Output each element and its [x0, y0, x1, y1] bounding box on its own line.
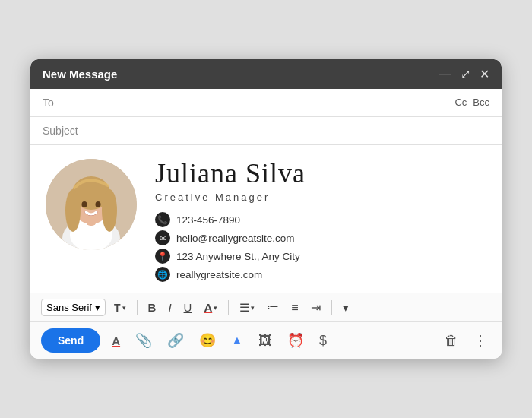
- indent-icon: ⇥: [311, 300, 321, 315]
- schedule-send-button[interactable]: ⏰: [283, 330, 308, 351]
- font-size-button[interactable]: T ▾: [110, 299, 130, 316]
- insert-signature-button[interactable]: $: [315, 331, 331, 351]
- location-icon: 📍: [155, 249, 170, 264]
- subject-label: Subject: [43, 125, 81, 137]
- svg-point-7: [102, 189, 117, 232]
- insert-photo-button[interactable]: 🖼: [255, 331, 276, 351]
- to-field-row: To Cc Bcc: [30, 89, 502, 117]
- align-button[interactable]: ☰ ▾: [236, 299, 258, 317]
- font-size-icon: T: [114, 302, 121, 314]
- font-color-arrow: ▾: [214, 304, 217, 312]
- website-url: reallygreatsite.com: [176, 269, 262, 280]
- indent-button[interactable]: ⇥: [307, 298, 325, 317]
- sig-website: 🌐 reallygreatsite.com: [155, 267, 306, 282]
- font-select[interactable]: Sans Serif ▾: [41, 299, 106, 316]
- sig-phone: 📞 123-456-7890: [155, 212, 306, 227]
- avatar: [46, 159, 137, 250]
- cc-bcc-buttons: Cc Bcc: [454, 97, 489, 108]
- sig-name: Juliana Silva: [155, 159, 306, 189]
- unordered-list-button[interactable]: ≡: [287, 299, 302, 317]
- close-button[interactable]: ✕: [480, 67, 489, 81]
- bold-icon: B: [148, 301, 157, 314]
- expand-button[interactable]: ⤢: [461, 67, 470, 81]
- italic-button[interactable]: I: [164, 299, 175, 316]
- font-color-icon: A: [204, 301, 212, 314]
- email-icon: ✉: [155, 230, 170, 245]
- ordered-list-button[interactable]: ≔: [263, 298, 283, 317]
- sig-contact: 📞 123-456-7890 ✉ hello@reallygreatsite.c…: [155, 212, 306, 282]
- font-dropdown-icon: ▾: [95, 302, 100, 313]
- insert-emoji-button[interactable]: 😊: [195, 330, 220, 351]
- to-input[interactable]: [81, 97, 454, 109]
- font-size-arrow: ▾: [122, 304, 126, 312]
- svg-point-8: [82, 201, 87, 207]
- svg-point-6: [65, 189, 81, 232]
- titlebar: New Message — ⤢ ✕: [30, 59, 502, 89]
- sig-title: Creative Manager: [155, 192, 306, 203]
- signature-info: Juliana Silva Creative Manager 📞 123-456…: [155, 159, 306, 283]
- text-color-button[interactable]: A: [108, 332, 124, 350]
- ordered-list-icon: ≔: [267, 300, 279, 315]
- unordered-list-icon: ≡: [291, 301, 298, 315]
- delete-button[interactable]: 🗑: [441, 331, 462, 351]
- subject-field-row: Subject: [30, 117, 502, 145]
- phone-icon: 📞: [155, 212, 170, 227]
- drive-button[interactable]: ▲: [227, 331, 247, 350]
- more-icon: ▾: [343, 301, 349, 315]
- more-options-button[interactable]: ⋮: [470, 330, 491, 351]
- globe-icon: 🌐: [155, 267, 170, 282]
- action-toolbar: Send A 📎 🔗 😊 ▲ 🖼 ⏰ $ 🗑 ⋮: [30, 321, 502, 359]
- formatting-toolbar: Sans Serif ▾ T ▾ B I U A ▾ ☰ ▾ ≔ ≡: [30, 293, 502, 321]
- titlebar-controls: — ⤢ ✕: [439, 67, 489, 81]
- cc-button[interactable]: Cc: [454, 97, 467, 108]
- signature-area: Juliana Silva Creative Manager 📞 123-456…: [30, 145, 502, 293]
- attach-file-button[interactable]: 📎: [131, 330, 156, 351]
- more-formatting-button[interactable]: ▾: [339, 299, 353, 317]
- divider-1: [137, 300, 138, 315]
- bcc-button[interactable]: Bcc: [473, 97, 489, 108]
- divider-3: [331, 300, 332, 315]
- send-button[interactable]: Send: [41, 328, 100, 353]
- subject-input[interactable]: [81, 125, 489, 137]
- align-icon: ☰: [239, 301, 249, 315]
- font-color-button[interactable]: A ▾: [200, 299, 221, 316]
- email-address: hello@reallygreatsite.com: [176, 233, 295, 244]
- sig-email: ✉ hello@reallygreatsite.com: [155, 230, 306, 245]
- phone-number: 123-456-7890: [176, 214, 240, 226]
- address-text: 123 Anywhere St., Any City: [176, 251, 300, 262]
- to-label: To: [43, 97, 81, 109]
- bold-button[interactable]: B: [144, 299, 160, 316]
- sig-address: 📍 123 Anywhere St., Any City: [155, 249, 306, 264]
- align-arrow: ▾: [251, 304, 255, 312]
- italic-icon: I: [168, 301, 171, 314]
- font-name: Sans Serif: [46, 302, 92, 313]
- svg-point-9: [96, 201, 101, 207]
- window-title: New Message: [43, 68, 117, 81]
- divider-2: [228, 300, 229, 315]
- compose-window: New Message — ⤢ ✕ To Cc Bcc Subject: [30, 59, 502, 359]
- insert-link-button[interactable]: 🔗: [163, 330, 188, 351]
- minimize-button[interactable]: —: [439, 67, 451, 81]
- underline-button[interactable]: U: [180, 299, 196, 316]
- underline-icon: U: [184, 301, 192, 314]
